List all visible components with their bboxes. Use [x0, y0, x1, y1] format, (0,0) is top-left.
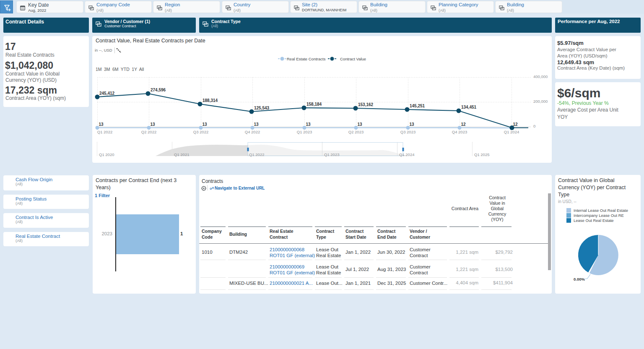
svg-text:Q1 2024: Q1 2024: [399, 152, 414, 157]
svg-text:Intercompany Lease Out RE: Intercompany Lease Out RE: [574, 213, 624, 218]
svg-text:Q1 2025: Q1 2025: [474, 152, 489, 157]
svg-text:Q3 2023: Q3 2023: [400, 130, 415, 134]
svg-text:Lease Out Real Estate: Lease Out Real Estate: [574, 218, 614, 223]
svg-text:Q3 2022: Q3 2022: [193, 130, 208, 134]
svg-text:13: 13: [203, 122, 208, 127]
svg-text:400,000: 400,000: [533, 74, 548, 79]
svg-text:0: 0: [533, 124, 535, 128]
svg-text:188,314: 188,314: [203, 98, 218, 103]
svg-text:125,543: 125,543: [254, 106, 270, 110]
svg-text:145,251: 145,251: [410, 104, 425, 108]
svg-text:13: 13: [410, 122, 415, 127]
svg-text:13: 13: [306, 122, 311, 127]
svg-text:Q4 2022: Q4 2022: [245, 130, 260, 134]
svg-text:Q1 2023: Q1 2023: [324, 152, 339, 157]
svg-text:12: 12: [513, 122, 518, 127]
svg-text:Q1 2022: Q1 2022: [97, 130, 112, 134]
svg-text:0.00%: 0.00%: [574, 277, 585, 281]
svg-text:134,451: 134,451: [461, 105, 477, 109]
svg-text:12: 12: [461, 122, 466, 127]
svg-text:Internal Lease Out Real Estate: Internal Lease Out Real Estate: [574, 208, 628, 213]
svg-text:Q1 2020: Q1 2020: [99, 152, 114, 157]
svg-text:13: 13: [151, 122, 156, 127]
svg-text:158,184: 158,184: [306, 102, 322, 107]
svg-text:13: 13: [99, 122, 104, 127]
svg-text:Q2 2023: Q2 2023: [348, 130, 364, 134]
svg-text:13: 13: [358, 122, 363, 127]
svg-text:Q1 2022: Q1 2022: [249, 152, 264, 157]
svg-text:153,162: 153,162: [358, 102, 374, 107]
svg-text:Q1 2023: Q1 2023: [297, 130, 312, 134]
svg-text:Q1 2021: Q1 2021: [174, 152, 189, 157]
svg-text:245,412: 245,412: [99, 91, 115, 96]
svg-text:Q1 2024: Q1 2024: [504, 130, 519, 134]
svg-text:Q4 2023: Q4 2023: [452, 130, 467, 134]
svg-text:Q2 2022: Q2 2022: [141, 130, 156, 134]
svg-text:274,596: 274,596: [151, 88, 166, 92]
svg-text:200,000: 200,000: [533, 99, 548, 104]
svg-text:13: 13: [254, 122, 259, 127]
